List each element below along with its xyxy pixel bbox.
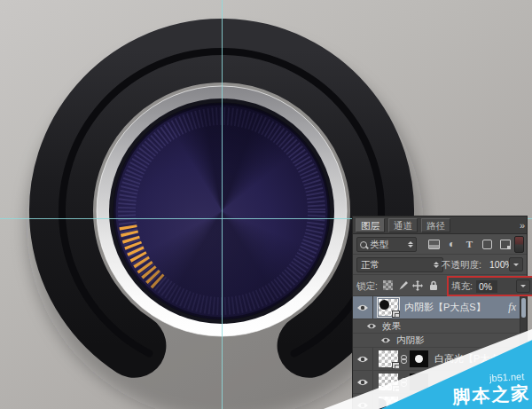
lock-transparent-pixels-icon[interactable] (381, 279, 394, 291)
tab-channels[interactable]: 通道 (388, 218, 418, 232)
lock-row: 锁定: 填充: 0% (353, 275, 527, 296)
mask-badge-icon (392, 311, 400, 318)
dropdown-arrows-icon (434, 262, 439, 268)
layer-mask-thumbnail[interactable] (410, 350, 428, 367)
search-icon (360, 241, 367, 248)
layer-thumbnail[interactable] (379, 350, 398, 367)
layer-thumbnail[interactable] (379, 299, 398, 316)
scrollbar-thumb[interactable] (521, 298, 526, 318)
effect-item-label: 内阴影 (396, 334, 425, 347)
blend-mode-row: 正常 不透明度: 100% (353, 255, 527, 275)
visibility-toggle-eye-icon[interactable] (365, 319, 378, 333)
effects-group-row[interactable]: 效果 (353, 319, 527, 334)
filter-kind-label: 类型 (370, 239, 388, 251)
smart-object-filter-icon[interactable] (498, 238, 512, 250)
tab-paths[interactable]: 路径 (421, 218, 450, 232)
visibility-toggle-eye-icon[interactable] (353, 348, 373, 370)
layer-filter-row: 类型 ◐ T (353, 234, 527, 255)
blend-mode-select[interactable]: 正常 (356, 257, 443, 272)
layer-mask-link-icon[interactable] (400, 355, 408, 364)
collapse-panel-icon[interactable]: » (520, 221, 524, 230)
filter-toggle-switch[interactable] (514, 236, 524, 253)
fill-dropdown-button[interactable] (516, 279, 530, 293)
blend-mode-value: 正常 (361, 259, 379, 271)
effects-group-label: 效果 (382, 320, 401, 333)
visibility-toggle-eye-icon[interactable] (353, 296, 373, 319)
visibility-toggle-eye-icon[interactable] (379, 334, 392, 347)
dropdown-arrows-icon (408, 241, 413, 248)
layer-effects-badge[interactable]: fx (508, 301, 516, 314)
panel-tab-bar: 图层 通道 路径 » (353, 216, 527, 234)
visibility-toggle-eye-icon[interactable] (353, 371, 373, 393)
watermark-text: jb51.net 脚本之家 (451, 371, 531, 409)
opacity-dropdown-button[interactable] (509, 257, 523, 271)
photoshop-canvas[interactable]: 图层 通道 路径 » 类型 ◐ T 正常 不透明度: 100% (0, 0, 532, 409)
lock-image-pixels-icon[interactable] (397, 279, 410, 291)
opacity-label: 不透明度: (442, 259, 481, 271)
layer-name: 内阴影【P大点S】 (404, 301, 486, 314)
pixel-layer-filter-icon[interactable] (427, 238, 441, 250)
fill-control-highlight: 填充: 0% (447, 276, 532, 296)
shape-layer-filter-icon[interactable] (481, 238, 494, 250)
lock-all-icon[interactable] (427, 279, 440, 291)
fill-label: 填充: (451, 280, 473, 293)
fill-value[interactable]: 0% (476, 280, 497, 293)
adjustment-layer-filter-icon[interactable]: ◐ (445, 238, 458, 250)
watermark-brand: 脚本之家 (452, 381, 531, 409)
layer-row-inner-shadow[interactable]: 内阴影【P大点S】 fx (353, 296, 527, 319)
vertical-guide (222, 0, 223, 409)
tab-layers[interactable]: 图层 (356, 218, 385, 232)
type-layer-filter-icon[interactable]: T (463, 238, 476, 250)
lock-position-icon[interactable] (411, 279, 424, 291)
mask-badge-icon (392, 362, 400, 369)
lock-label: 锁定: (356, 280, 378, 293)
filter-kind-dropdown[interactable]: 类型 (356, 237, 417, 252)
